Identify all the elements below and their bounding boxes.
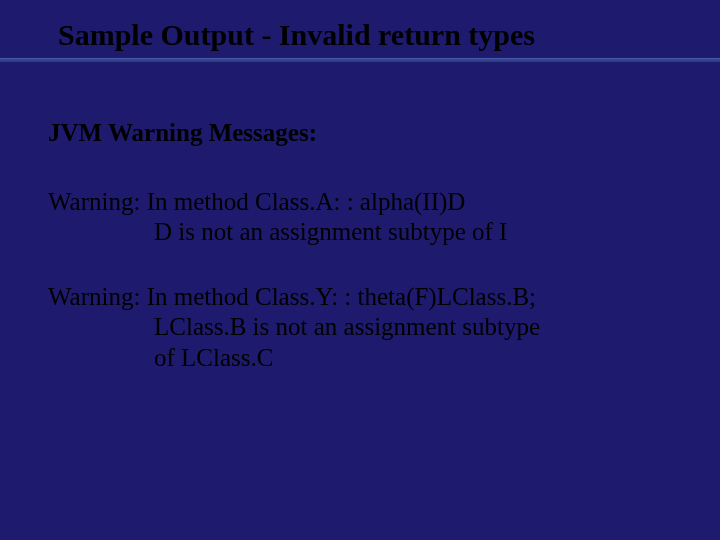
section-heading: JVM Warning Messages: (48, 118, 668, 149)
title-area: Sample Output - Invalid return types (0, 18, 720, 62)
content-area: JVM Warning Messages: Warning: In method… (48, 118, 668, 407)
warning-line: Warning: In method Class.A: : alpha(II)D (48, 187, 668, 218)
warning-block: Warning: In method Class.Y: : theta(F)LC… (48, 282, 668, 374)
slide-title: Sample Output - Invalid return types (0, 18, 720, 58)
warning-line-cont: D is not an assignment subtype of I (48, 217, 668, 248)
warning-line-cont: of LClass.C (48, 343, 668, 374)
warning-line-cont: LClass.B is not an assignment subtype (48, 312, 668, 343)
title-underline (0, 58, 720, 62)
slide: Sample Output - Invalid return types JVM… (0, 0, 720, 540)
warning-block: Warning: In method Class.A: : alpha(II)D… (48, 187, 668, 248)
warning-line: Warning: In method Class.Y: : theta(F)LC… (48, 282, 668, 313)
